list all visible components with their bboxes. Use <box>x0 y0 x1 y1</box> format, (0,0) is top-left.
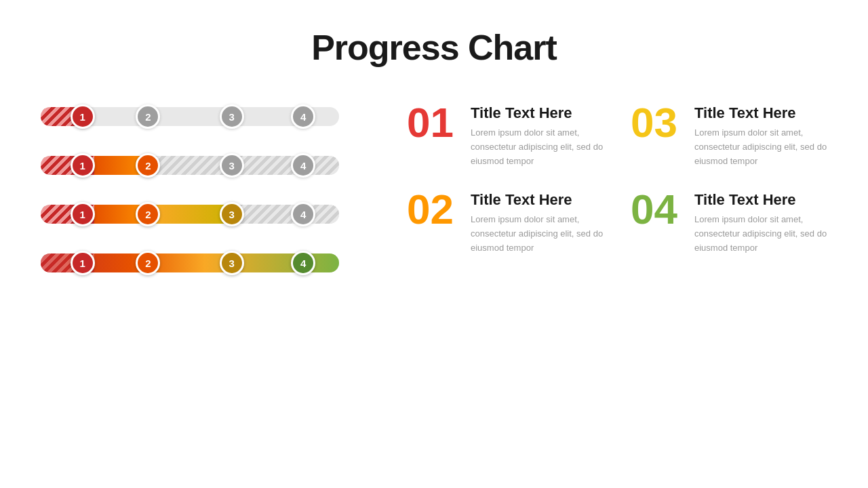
bar-3-fill-gray <box>237 205 339 224</box>
bar-4-node-3: 3 <box>220 251 244 275</box>
bar-row-3: 1 2 3 4 <box>41 199 380 229</box>
info-text-01: Title Text Here Lorem ipsum dolor sit am… <box>471 102 604 168</box>
info-text-03: Title Text Here Lorem ipsum dolor sit am… <box>694 102 827 168</box>
info-number-04: 04 <box>631 188 685 230</box>
bar-1-node-4: 4 <box>291 104 315 129</box>
bar-track-1: 1 2 3 4 <box>41 107 339 126</box>
info-number-02: 02 <box>407 188 461 230</box>
info-card-04: 04 Title Text Here Lorem ipsum dolor sit… <box>631 188 827 255</box>
info-section: 01 Title Text Here Lorem ipsum dolor sit… <box>407 95 827 256</box>
content-area: 1 2 3 4 1 <box>41 95 827 278</box>
bar-4-node-2: 2 <box>136 251 160 275</box>
bar-2-node-4: 4 <box>291 153 315 178</box>
bar-row-4: 1 2 3 4 <box>41 248 380 278</box>
bar-1-node-3: 3 <box>220 104 244 129</box>
info-body-04: Lorem ipsum dolor sit amet, consectetur … <box>694 213 827 255</box>
bar-3-node-4: 4 <box>291 202 315 226</box>
bar-track-4: 1 2 3 4 <box>41 253 339 272</box>
info-number-01: 01 <box>407 102 461 144</box>
bar-2-node-3: 3 <box>220 153 244 178</box>
info-text-04: Title Text Here Lorem ipsum dolor sit am… <box>694 188 827 255</box>
bar-3-node-3: 3 <box>220 202 244 226</box>
info-card-03: 03 Title Text Here Lorem ipsum dolor sit… <box>631 102 827 168</box>
bar-4-node-1: 1 <box>71 251 95 275</box>
bar-2-node-1: 1 <box>71 153 95 178</box>
info-title-03: Title Text Here <box>694 104 827 122</box>
info-text-02: Title Text Here Lorem ipsum dolor sit am… <box>471 188 604 255</box>
bar-track-3: 1 2 3 4 <box>41 205 339 224</box>
bar-track-2: 1 2 3 4 <box>41 156 339 175</box>
info-title-01: Title Text Here <box>471 104 604 122</box>
bar-row-2: 1 2 3 4 <box>41 150 380 180</box>
info-card-01: 01 Title Text Here Lorem ipsum dolor sit… <box>407 102 604 168</box>
info-body-02: Lorem ipsum dolor sit amet, consectetur … <box>471 213 604 255</box>
bar-1-node-1: 1 <box>71 104 95 129</box>
info-title-02: Title Text Here <box>471 191 604 209</box>
slide: Progress Chart 1 2 3 4 <box>0 0 868 488</box>
info-number-03: 03 <box>631 102 685 144</box>
info-body-03: Lorem ipsum dolor sit amet, consectetur … <box>694 126 827 168</box>
info-card-02: 02 Title Text Here Lorem ipsum dolor sit… <box>407 188 604 255</box>
bar-row-1: 1 2 3 4 <box>41 102 380 131</box>
bar-2-node-2: 2 <box>136 153 160 178</box>
info-title-04: Title Text Here <box>694 191 827 209</box>
bar-3-node-2: 2 <box>136 202 160 226</box>
main-title: Progress Chart <box>311 27 557 68</box>
bar-3-node-1: 1 <box>71 202 95 226</box>
progress-bars-section: 1 2 3 4 1 <box>41 95 380 278</box>
info-body-01: Lorem ipsum dolor sit amet, consectetur … <box>471 126 604 168</box>
bar-4-node-4: 4 <box>291 251 315 275</box>
bar-1-node-2: 2 <box>136 104 160 129</box>
